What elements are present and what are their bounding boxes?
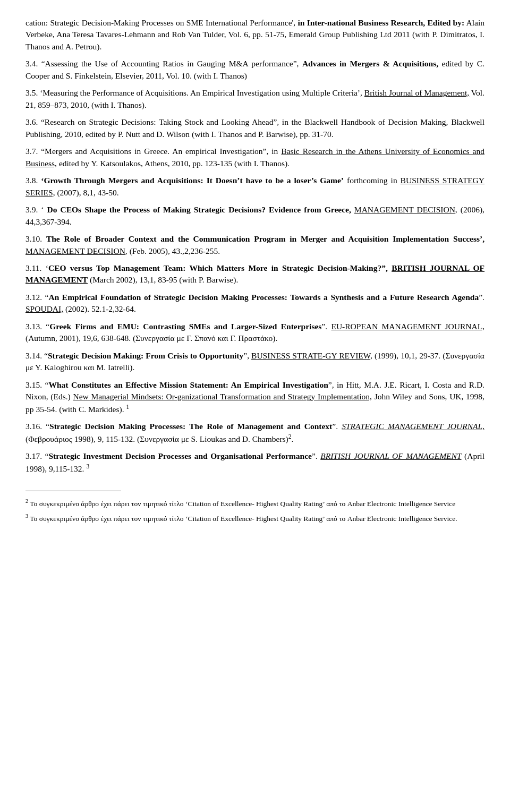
- entry-3-14: 3.14. “Strategic Decision Making: From C…: [26, 350, 484, 374]
- main-content: cation: Strategic Decision-Making Proces…: [26, 17, 484, 524]
- entry-3-10: 3.10. The Role of Broader Context and th…: [26, 233, 484, 257]
- entry-num-3-8: 3.8.: [26, 176, 38, 185]
- footnote-2: 2 Το συγκεκριμένο άρθρο έχει πάρει τον τ…: [26, 498, 484, 509]
- entry-3-11: 3.11. ‘CEO versus Top Management Team: W…: [26, 262, 484, 286]
- entry-3-7: 3.7. “Mergers and Acquisitions in Greece…: [26, 146, 484, 169]
- entry-num-3-11: 3.11.: [26, 263, 41, 272]
- entry-num-3-4: 3.4.: [26, 59, 38, 68]
- entry-num-3-16: 3.16.: [26, 422, 42, 431]
- entry-intro: cation: Strategic Decision-Making Proces…: [26, 17, 484, 53]
- entry-num-3-15: 3.15.: [26, 380, 42, 389]
- footnote-divider: [26, 491, 121, 491]
- entry-num-3-12: 3.12.: [26, 293, 42, 302]
- entry-3-15: 3.15. “What Constitutes an Effective Mis…: [26, 379, 484, 416]
- entry-3-17: 3.17. “Strategic Investment Decision Pro…: [26, 450, 484, 475]
- entry-3-5: 3.5. ‘Measuring the Performance of Acqui…: [26, 87, 484, 111]
- entry-num-3-10: 3.10.: [26, 234, 42, 243]
- entry-3-12: 3.12. “An Empirical Foundation of Strate…: [26, 292, 484, 315]
- entry-num-3-14: 3.14.: [26, 351, 42, 360]
- entry-num-3-13: 3.13.: [26, 322, 42, 331]
- entry-3-8: 3.8. ‘Growth Through Mergers and Acquisi…: [26, 175, 484, 199]
- entry-num-3-5: 3.5.: [26, 88, 38, 97]
- entry-3-13: 3.13. “Greek Firms and EMU: Contrasting …: [26, 321, 484, 345]
- entry-3-16: 3.16. “Strategic Decision Making Process…: [26, 421, 484, 445]
- entry-3-4: 3.4. “Assessing the Use of Accounting Ra…: [26, 58, 484, 82]
- footnote-3: 3 Το συγκεκριμένο άρθρο έχει πάρει τον τ…: [26, 512, 484, 524]
- entry-num-3-9: 3.9.: [26, 205, 38, 214]
- entry-num-3-7: 3.7.: [26, 147, 38, 156]
- entry-3-9: 3.9. ‘ Do CEOs Shape the Process of Maki…: [26, 204, 484, 228]
- entry-num-3-17: 3.17.: [26, 451, 42, 460]
- entry-num-3-6: 3.6.: [26, 117, 38, 126]
- entry-3-6: 3.6. “Research on Strategic Decisions: T…: [26, 116, 484, 140]
